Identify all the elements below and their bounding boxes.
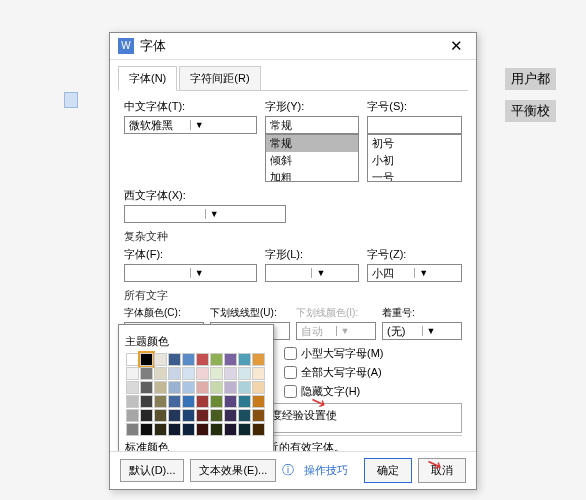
color-swatch[interactable] [168,381,181,394]
color-swatch[interactable] [238,381,251,394]
color-swatch[interactable] [126,367,139,380]
textfx-button[interactable]: 文本效果(E)... [190,459,276,482]
color-swatch[interactable] [126,395,139,408]
style-opt[interactable]: 常规 [266,135,359,152]
color-swatch[interactable] [210,353,223,366]
size-opt[interactable]: 一号 [368,169,461,182]
chevron-down-icon[interactable]: ▼ [190,120,256,130]
size-z-combo[interactable]: 小四▼ [367,264,462,282]
color-swatch[interactable] [154,381,167,394]
color-swatch[interactable] [168,409,181,422]
color-swatch[interactable] [238,367,251,380]
cn-font-combo[interactable]: 微软雅黑 ▼ [124,116,257,134]
chevron-down-icon[interactable]: ▼ [205,209,286,219]
color-swatch[interactable] [140,367,153,380]
color-swatch[interactable] [168,423,181,436]
west-font-combo[interactable]: ▼ [124,205,286,223]
color-swatch[interactable] [224,381,237,394]
chevron-down-icon[interactable]: ▼ [311,268,358,278]
color-swatch[interactable] [154,353,167,366]
color-swatch[interactable] [252,395,265,408]
style-opt[interactable]: 倾斜 [266,152,359,169]
tab-spacing[interactable]: 字符间距(R) [179,66,260,90]
color-swatch[interactable] [196,381,209,394]
color-swatch[interactable] [154,423,167,436]
color-swatch[interactable] [140,395,153,408]
color-swatch[interactable] [196,409,209,422]
dialog-body: 中文字体(T): 微软雅黑 ▼ 字形(Y): 常规 常规 倾斜 加粗 字号(S)… [110,91,476,451]
color-swatch[interactable] [140,409,153,422]
chevron-down-icon[interactable]: ▼ [414,268,461,278]
color-swatch[interactable] [196,353,209,366]
color-swatch[interactable] [182,395,195,408]
color-swatch[interactable] [210,381,223,394]
color-swatch[interactable] [196,367,209,380]
color-swatch[interactable] [182,367,195,380]
size-listbox[interactable]: 初号 小初 一号 [367,134,462,182]
chevron-down-icon[interactable]: ▼ [190,268,256,278]
color-swatch[interactable] [238,395,251,408]
size-opt[interactable]: 小初 [368,152,461,169]
color-swatch[interactable] [126,353,139,366]
size-opt[interactable]: 初号 [368,135,461,152]
color-swatch[interactable] [252,409,265,422]
color-swatch[interactable] [252,353,265,366]
color-swatch[interactable] [182,409,195,422]
color-swatch[interactable] [154,367,167,380]
color-swatch[interactable] [224,423,237,436]
color-swatch[interactable] [140,353,153,366]
hidden-checkbox[interactable] [284,385,297,398]
color-swatch[interactable] [238,423,251,436]
style-listbox[interactable]: 常规 倾斜 加粗 [265,134,360,182]
color-swatch[interactable] [210,409,223,422]
chevron-down-icon[interactable]: ▼ [422,326,462,336]
default-button[interactable]: 默认(D)... [120,459,184,482]
cancel-button[interactable]: 取消 [418,458,466,483]
color-swatch[interactable] [196,423,209,436]
color-swatch[interactable] [154,395,167,408]
color-swatch[interactable] [224,367,237,380]
color-swatch[interactable] [182,353,195,366]
emphasis-combo[interactable]: (无)▼ [382,322,462,340]
color-swatch[interactable] [126,381,139,394]
color-swatch[interactable] [252,381,265,394]
tips-link[interactable]: 操作技巧 [304,463,348,478]
color-swatch[interactable] [196,395,209,408]
color-label: 字体颜色(C): [124,306,204,320]
color-swatch[interactable] [210,423,223,436]
color-swatch[interactable] [224,409,237,422]
color-swatch[interactable] [210,367,223,380]
style-input[interactable]: 常规 [265,116,360,134]
color-swatch[interactable] [238,409,251,422]
color-swatch[interactable] [168,395,181,408]
color-swatch[interactable] [182,381,195,394]
color-swatch[interactable] [154,409,167,422]
allcaps-checkbox[interactable] [284,366,297,379]
color-swatch[interactable] [140,381,153,394]
size-input[interactable] [367,116,462,134]
style-value: 常规 [266,118,359,133]
font-f-label: 字体(F): [124,247,257,262]
color-swatch[interactable] [126,423,139,436]
color-swatch[interactable] [238,353,251,366]
color-swatch[interactable] [140,423,153,436]
color-swatch[interactable] [210,395,223,408]
color-swatch[interactable] [168,367,181,380]
ok-button[interactable]: 确定 [364,458,412,483]
ucolor-value: 自动 [297,324,336,339]
color-swatch[interactable] [224,395,237,408]
color-swatch[interactable] [182,423,195,436]
complex-section-label: 复杂文种 [124,229,462,244]
ucolor-label: 下划线颜色(I): [296,306,376,320]
color-swatch[interactable] [252,423,265,436]
color-swatch[interactable] [252,367,265,380]
tab-font[interactable]: 字体(N) [118,66,177,91]
color-swatch[interactable] [126,409,139,422]
style-opt[interactable]: 加粗 [266,169,359,182]
color-swatch[interactable] [224,353,237,366]
close-button[interactable]: ✕ [444,37,468,55]
color-swatch[interactable] [168,353,181,366]
style-l-combo[interactable]: ▼ [265,264,360,282]
font-f-combo[interactable]: ▼ [124,264,257,282]
smallcaps-checkbox[interactable] [284,347,297,360]
